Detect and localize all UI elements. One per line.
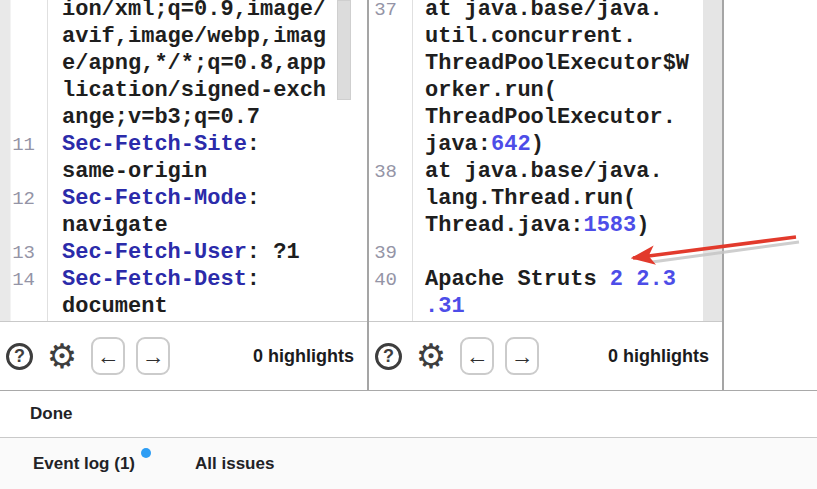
bottom-tabs-bar: Event log (1) All issues xyxy=(0,438,817,489)
code-row: 11Sec-Fetch-Site: xyxy=(0,131,367,158)
code-segment: lang.Thread.run( xyxy=(425,186,636,211)
code-segment: Sec-Fetch-User xyxy=(62,240,247,265)
code-line: Sec-Fetch-Mode: xyxy=(47,186,260,211)
code-segment: navigate xyxy=(62,213,168,238)
code-segment: : xyxy=(247,240,260,265)
code-line: ion/xml;q=0.9,image/ xyxy=(47,0,326,22)
code-segment: orker.run( xyxy=(425,78,557,103)
vertical-scrollbar[interactable] xyxy=(703,0,722,321)
code-row: navigate xyxy=(0,212,367,239)
code-segment: ange;v=b3;q=0.7 xyxy=(62,105,260,130)
code-row: ion/xml;q=0.9,image/ xyxy=(0,0,367,23)
response-toolbar: ? ⚙ ← → 0 highlights xyxy=(369,321,722,390)
previous-highlight-button[interactable]: ← xyxy=(460,337,494,375)
line-number: 38 xyxy=(369,161,412,183)
code-segment: at java.base/java. xyxy=(425,0,663,22)
code-line: util.concurrent. xyxy=(412,24,636,49)
tab-event-log-label: Event log (1) xyxy=(33,454,135,473)
code-row: document xyxy=(0,293,367,320)
code-row: lang.Thread.run( xyxy=(369,185,722,212)
code-line: e/apng,*/*;q=0.8,app xyxy=(47,51,326,76)
code-segment: lication/signed-exch xyxy=(62,78,326,103)
line-number: 39 xyxy=(369,242,412,264)
code-segment: ThreadPoolExecutor$W xyxy=(425,51,689,76)
code-row: e/apng,*/*;q=0.8,app xyxy=(0,50,367,77)
code-segment: .31 xyxy=(425,294,465,319)
code-line: navigate xyxy=(47,213,168,238)
code-line: ThreadPoolExecutor$W xyxy=(412,51,689,76)
code-segment: : xyxy=(247,132,260,157)
code-row: same-origin xyxy=(0,158,367,185)
code-line: ThreadPoolExecutor. xyxy=(412,105,676,130)
code-line: document xyxy=(47,294,168,319)
next-highlight-button[interactable]: → xyxy=(136,337,170,375)
previous-highlight-button[interactable]: ← xyxy=(91,337,125,375)
tab-all-issues[interactable]: All issues xyxy=(195,454,274,474)
code-segment: Sec-Fetch-Site xyxy=(62,132,247,157)
code-segment: Apache Struts xyxy=(425,267,610,292)
code-line: ange;v=b3;q=0.7 xyxy=(47,105,260,130)
code-segment: ion/xml;q=0.9,image/ xyxy=(62,0,326,22)
line-number: 40 xyxy=(369,269,412,291)
code-row: Thread.java:1583) xyxy=(369,212,722,239)
code-line: Sec-Fetch-Dest: xyxy=(47,267,260,292)
request-panel: ion/xml;q=0.9,image/avif,image/webp,imag… xyxy=(0,0,369,390)
code-row: 39 xyxy=(369,239,722,266)
line-number: 13 xyxy=(0,242,47,264)
code-segment: 1583 xyxy=(583,213,636,238)
next-highlight-button[interactable]: → xyxy=(505,337,539,375)
code-row: 40Apache Struts 2 2.3 xyxy=(369,266,722,293)
code-line: Apache Struts 2 2.3 xyxy=(412,267,676,292)
code-line: Thread.java:1583) xyxy=(412,213,649,238)
highlights-count-label: 0 highlights xyxy=(253,346,354,367)
code-line: lication/signed-exch xyxy=(47,78,326,103)
code-segment: Thread.java: xyxy=(425,213,583,238)
code-segment: avif,image/webp,imag xyxy=(62,24,326,49)
scrollbar-thumb[interactable] xyxy=(337,0,351,100)
code-segment: java: xyxy=(425,132,491,157)
request-code-rows: ion/xml;q=0.9,image/avif,image/webp,imag… xyxy=(0,0,367,321)
code-line: java:642) xyxy=(412,132,544,157)
code-row: 14Sec-Fetch-Dest: xyxy=(0,266,367,293)
code-segment: e/apng,*/*;q=0.8,app xyxy=(62,51,326,76)
code-row: 37at java.base/java. xyxy=(369,0,722,23)
request-toolbar: ? ⚙ ← → 0 highlights xyxy=(0,321,367,390)
code-segment: Sec-Fetch-Mode xyxy=(62,186,247,211)
code-segment: 642 xyxy=(491,132,531,157)
code-row: ange;v=b3;q=0.7 xyxy=(0,104,367,131)
code-segment: ThreadPoolExecutor. xyxy=(425,105,676,130)
code-segment: : xyxy=(247,267,260,292)
response-code-rows: 37at java.base/java.util.concurrent.Thre… xyxy=(369,0,722,320)
code-row: 13Sec-Fetch-User: ?1 xyxy=(0,239,367,266)
tab-event-log[interactable]: Event log (1) xyxy=(33,454,135,474)
line-number: 37 xyxy=(369,0,412,21)
code-segment: util.concurrent. xyxy=(425,24,636,49)
code-segment: document xyxy=(62,294,168,319)
line-number: 11 xyxy=(0,134,47,156)
help-icon[interactable]: ? xyxy=(375,343,402,370)
code-line: at java.base/java. xyxy=(412,0,663,22)
code-segment: ?1 xyxy=(260,240,300,265)
settings-gear-icon[interactable]: ⚙ xyxy=(413,339,449,373)
line-number: 12 xyxy=(0,188,47,210)
code-segment: at java.base/java. xyxy=(425,159,663,184)
response-panel: 37at java.base/java.util.concurrent.Thre… xyxy=(369,0,724,390)
code-row: lication/signed-exch xyxy=(0,77,367,104)
code-row: ThreadPoolExecutor$W xyxy=(369,50,722,77)
code-line: Sec-Fetch-User: ?1 xyxy=(47,240,300,265)
status-bar: Done xyxy=(0,391,817,437)
code-segment: same-origin xyxy=(62,159,207,184)
code-segment: ) xyxy=(636,213,649,238)
code-line: lang.Thread.run( xyxy=(412,186,636,211)
request-editor[interactable]: ion/xml;q=0.9,image/avif,image/webp,imag… xyxy=(0,0,367,321)
highlights-count-label: 0 highlights xyxy=(608,346,709,367)
code-row: 12Sec-Fetch-Mode: xyxy=(0,185,367,212)
notification-dot xyxy=(141,448,151,458)
code-line: orker.run( xyxy=(412,78,557,103)
code-segment: Sec-Fetch-Dest xyxy=(62,267,247,292)
help-icon[interactable]: ? xyxy=(6,343,33,370)
code-segment: ) xyxy=(531,132,544,157)
code-line: same-origin xyxy=(47,159,207,184)
response-editor[interactable]: 37at java.base/java.util.concurrent.Thre… xyxy=(369,0,722,321)
settings-gear-icon[interactable]: ⚙ xyxy=(44,339,80,373)
